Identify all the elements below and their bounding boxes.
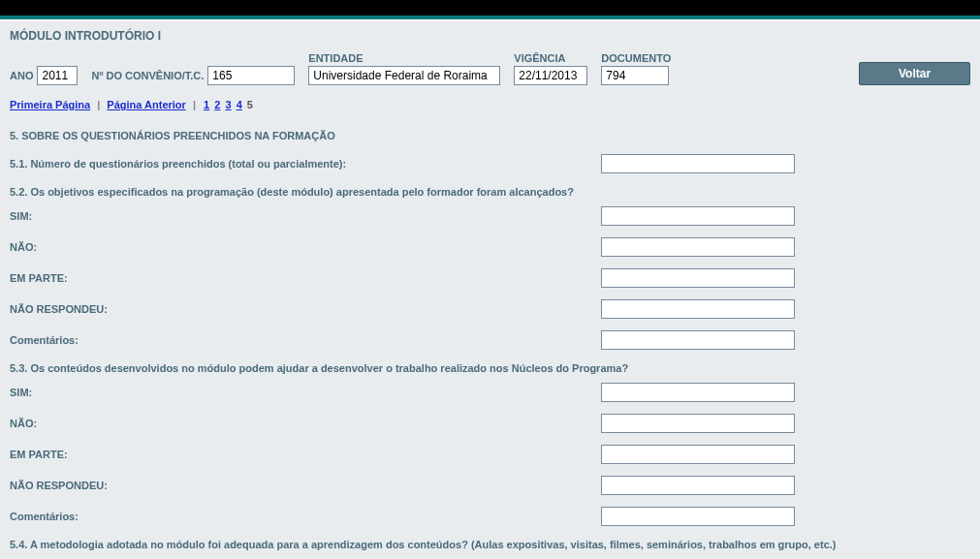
ano-label: ANO [10,70,33,81]
row-5-1: 5.1. Número de questionários preenchidos… [10,149,970,178]
pager-sep: | [97,99,100,110]
input-5-2-naorespondeu[interactable] [601,299,795,319]
row-5-2-naorespondeu: NÃO RESPONDEU: [10,295,970,324]
convenio-label: Nº DO CONVÊNIO/T.C. [91,70,204,81]
vigencia-input[interactable] [514,66,587,85]
label-5-3-emparte: EM PARTE: [10,449,601,460]
entidade-group: ENTIDADE [308,52,500,85]
pager: Primeira Página | Página Anterior | 1 2 … [10,99,970,110]
ano-input[interactable] [37,66,78,85]
input-5-2-sim[interactable] [601,206,795,226]
vigencia-group: VIGÊNCIA [514,52,587,85]
row-5-3-sim: SIM: [10,378,970,407]
label-5-3-naorespondeu: NÃO RESPONDEU: [10,480,601,491]
pager-prev-link[interactable]: Página Anterior [107,99,186,110]
input-5-3-nao[interactable] [601,414,795,433]
label-5-2-emparte: EM PARTE: [10,272,601,284]
documento-label: DOCUMENTO [601,52,671,64]
pager-sep: | [193,99,196,110]
vigencia-label: VIGÊNCIA [514,52,587,64]
ano-group: ANO [10,66,78,85]
input-5-1[interactable] [601,154,795,173]
input-5-2-emparte[interactable] [601,268,795,288]
documento-group: DOCUMENTO [601,52,671,85]
input-5-3-naorespondeu[interactable] [601,476,795,495]
label-5-2-nao: NÃO: [10,241,601,253]
input-5-3-emparte[interactable] [601,445,795,464]
label-5-3-nao: NÃO: [10,418,601,429]
input-5-2-comentarios[interactable] [601,330,795,350]
label-5-3-sim: SIM: [10,387,601,398]
question-5-4: 5.4. A metodologia adotada no módulo foi… [10,533,970,556]
row-5-3-emparte: EM PARTE: [10,440,970,469]
convenio-input[interactable] [207,66,295,85]
row-5-3-comentarios: Comentários: [10,502,970,531]
row-5-2-nao: NÃO: [10,233,970,262]
input-5-2-nao[interactable] [601,237,795,257]
row-5-2-emparte: EM PARTE: [10,264,970,293]
question-5-3: 5.3. Os conteúdos desenvolvidos no módul… [10,357,970,378]
convenio-group: Nº DO CONVÊNIO/T.C. [91,66,295,85]
pager-page-3[interactable]: 3 [225,99,231,110]
voltar-button[interactable]: Voltar [859,62,970,85]
pager-page-1[interactable]: 1 [204,99,209,110]
entidade-input[interactable] [308,66,500,85]
label-5-2-comentarios: Comentários: [10,334,601,346]
top-bar [0,0,980,19]
section-5-heading: 5. SOBRE OS QUESTIONÁRIOS PREENCHIDOS NA… [10,130,970,141]
page-body: MÓDULO INTRODUTÓRIO I ANO Nº DO CONVÊNIO… [0,21,980,559]
question-5-2: 5.2. Os objetivos especificados na progr… [10,180,970,202]
row-5-3-naorespondeu: NÃO RESPONDEU: [10,471,970,500]
label-5-2-sim: SIM: [10,210,601,222]
pager-page-4[interactable]: 4 [237,99,242,110]
label-5-3-comentarios: Comentários: [10,511,601,522]
row-5-3-nao: NÃO: [10,409,970,438]
pager-page-2[interactable]: 2 [214,99,220,110]
input-5-3-comentarios[interactable] [601,507,795,526]
label-5-2-naorespondeu: NÃO RESPONDEU: [10,303,601,315]
row-5-2-comentarios: Comentários: [10,326,970,355]
pager-page-current: 5 [247,99,253,110]
page-title: MÓDULO INTRODUTÓRIO I [10,29,970,43]
pager-first-link[interactable]: Primeira Página [10,99,90,110]
input-5-3-sim[interactable] [601,383,795,402]
entidade-label: ENTIDADE [308,52,500,64]
header-row: ANO Nº DO CONVÊNIO/T.C. ENTIDADE VIGÊNCI… [10,52,970,85]
label-5-1: 5.1. Número de questionários preenchidos… [10,158,601,170]
documento-input[interactable] [601,66,669,85]
row-5-2-sim: SIM: [10,202,970,231]
